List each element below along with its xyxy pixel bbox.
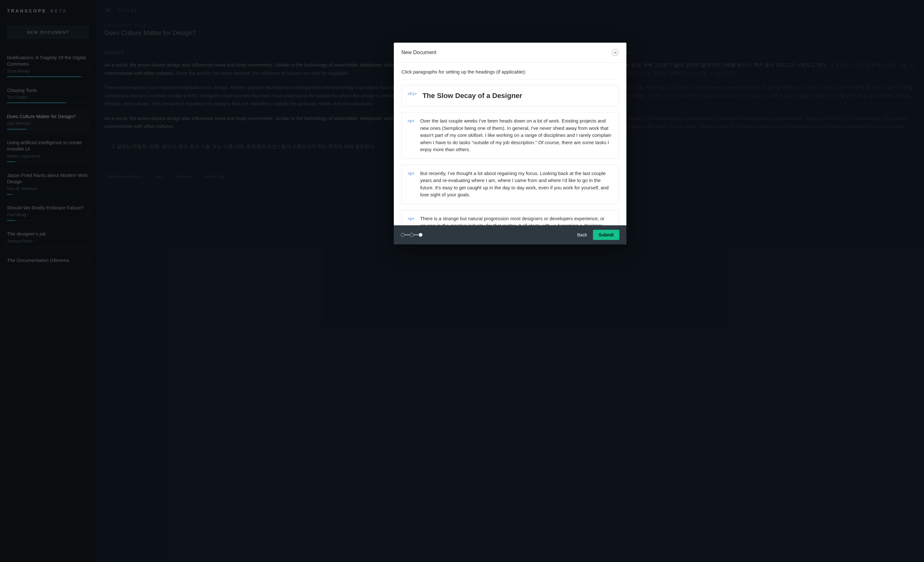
drag-handle-icon[interactable]: ⠿ — [87, 211, 89, 216]
new-document-button[interactable]: NEW DOCUMENT — [7, 25, 89, 39]
paragraph-text: There is a strange but natural progressi… — [420, 215, 613, 226]
document-list-item[interactable]: Using artificial intelligence to create … — [7, 135, 89, 168]
docitem-progress-bar — [7, 129, 27, 130]
docitem-progress-track — [7, 103, 89, 103]
modal-title: New Document — [402, 50, 436, 55]
paragraph-text: Over the last couple weeks I've been hea… — [420, 117, 613, 153]
drag-handle-icon[interactable]: ⠿ — [87, 120, 89, 124]
paragraph-card[interactable]: <h1>The Slow Decay of a Designer — [402, 85, 619, 106]
docitem-progress-track — [7, 194, 89, 194]
docitem-progress-bar — [7, 161, 15, 162]
docitem-title: Does Culture Matter for Design? — [7, 113, 89, 120]
docitem-title: The Documentation Dilemma — [7, 257, 89, 263]
drag-handle-icon[interactable]: ⠿ — [87, 149, 89, 154]
modal-instruction: Click paragraphs for setting up the head… — [394, 63, 626, 77]
docitem-title: Jason Fried Rants about Modern Web Desig… — [7, 172, 89, 185]
docitem-author: Martin Legowiecki — [7, 154, 89, 158]
docitem-progress-bar — [7, 76, 81, 77]
docitem-title: Should We Really Embrace Failure? — [7, 205, 89, 211]
back-button[interactable]: Back — [577, 232, 587, 238]
modal-close-icon[interactable] — [612, 49, 619, 56]
docitem-title: Notifications: A Tragedy Of the Digital … — [7, 54, 89, 67]
drag-handle-icon[interactable]: ⠿ — [87, 64, 89, 69]
step-dot-active — [418, 233, 423, 237]
docitem-progress-bar — [7, 102, 66, 103]
document-list: Notifications: A Tragedy Of the Digital … — [7, 50, 89, 554]
paragraph-card[interactable]: <p>There is a strange but natural progre… — [402, 210, 619, 226]
docitem-author: Joshua Porter — [7, 239, 89, 244]
docitem-author: Tim Kadlec — [7, 95, 89, 100]
paragraph-card[interactable]: <p>But recently, I've thought a lot abou… — [402, 164, 619, 204]
step-line — [405, 235, 410, 235]
docitem-progress-track — [7, 77, 89, 77]
docitem-progress-track — [7, 220, 89, 221]
docitem-progress-track — [7, 161, 89, 162]
docitem-title: Chasing Tools — [7, 87, 89, 94]
docitem-progress-bar — [7, 194, 12, 195]
paragraph-tag: <p> — [408, 117, 414, 123]
document-list-item[interactable]: Should We Really Embrace Failure?Paul Bo… — [7, 200, 89, 226]
document-list-item[interactable]: The designer's jobJoshua Porter⠿ — [7, 226, 89, 253]
sidebar: TRANSCOPE BETA NEW DOCUMENT Notification… — [0, 0, 96, 562]
docitem-author: Paul Boag — [7, 212, 89, 217]
drag-handle-icon[interactable]: ⠿ — [87, 260, 89, 265]
document-list-item[interactable]: Jason Fried Rants about Modern Web Desig… — [7, 168, 89, 200]
paragraph-tag: <p> — [408, 215, 414, 221]
drag-handle-icon[interactable]: ⠿ — [87, 93, 89, 98]
docitem-progress-track — [7, 247, 89, 247]
docitem-title: The designer's job — [7, 231, 89, 237]
paragraph-tag: <h1> — [408, 90, 417, 96]
document-list-item[interactable]: The Documentation Dilemma⠿ — [7, 253, 89, 273]
docitem-author: Don Norman — [7, 121, 89, 126]
brand-badge: BETA — [50, 8, 67, 13]
paragraph-text: But recently, I've thought a lot about r… — [420, 170, 613, 199]
step-dot — [401, 233, 405, 237]
paragraph-tag: <p> — [408, 170, 414, 176]
docitem-progress-track — [7, 267, 89, 267]
document-list-item[interactable]: Notifications: A Tragedy Of the Digital … — [7, 50, 89, 83]
step-indicator — [401, 233, 423, 237]
modal-overlay: New Document Click paragraphs for settin… — [96, 0, 924, 562]
submit-button[interactable]: Submit — [593, 230, 620, 240]
docitem-progress-bar — [7, 220, 15, 221]
document-list-item[interactable]: Does Culture Matter for Design?Don Norma… — [7, 109, 89, 135]
docitem-progress-track — [7, 129, 89, 129]
paragraph-text: The Slow Decay of a Designer — [423, 90, 522, 101]
docitem-title: Using artificial intelligence to create … — [7, 139, 89, 152]
main-area: CLOSE DOCUMENT TITLE Does Culture Matter… — [96, 0, 924, 562]
paragraph-list: <h1>The Slow Decay of a Designer<p>Over … — [394, 80, 626, 225]
new-document-modal: New Document Click paragraphs for settin… — [394, 43, 626, 244]
drag-handle-icon[interactable]: ⠿ — [87, 237, 89, 242]
docitem-author: Scott Belsky — [7, 69, 89, 73]
app-logo: TRANSCOPE BETA — [7, 8, 89, 13]
step-dot — [410, 233, 414, 237]
drag-handle-icon[interactable]: ⠿ — [87, 181, 89, 187]
document-list-item[interactable]: Chasing ToolsTim Kadlec⠿ — [7, 83, 89, 109]
brand-name: TRANSCOPE — [7, 8, 46, 13]
step-line — [414, 235, 418, 235]
paragraph-card[interactable]: <p>Over the last couple weeks I've been … — [402, 112, 619, 159]
docitem-author: Kira M. Newman — [7, 186, 89, 191]
